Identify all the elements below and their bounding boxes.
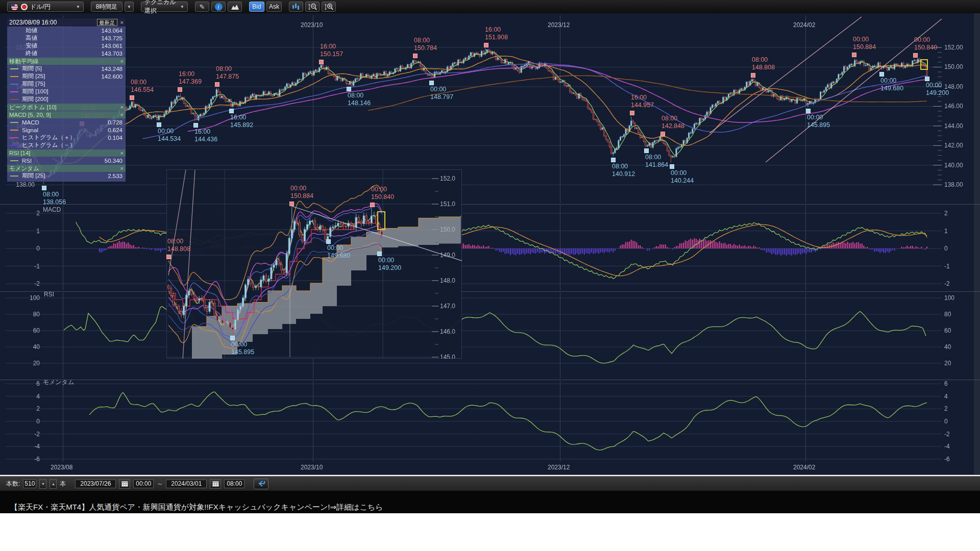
news-marquee: 【楽天FX・楽天MT4】人気通貨ペア・新興国通貨が対象!!FXキャッシュバックキ…: [0, 491, 980, 513]
bottom-control-bar: 本数: 510 ▼ ▲ 本 2023/07/26 00:00 ～ 2024/03…: [0, 476, 980, 491]
bar-count-unit: 本: [60, 480, 66, 488]
vertical-zoom-in-button[interactable]: [322, 2, 336, 12]
from-date-calendar-button[interactable]: [119, 479, 130, 489]
close-icon[interactable]: ×: [120, 112, 124, 118]
line-color-swatch: [10, 84, 18, 85]
bid-button[interactable]: Bid: [249, 2, 264, 12]
line-color-swatch: [10, 99, 18, 100]
chart-style-button[interactable]: [289, 2, 303, 12]
close-icon[interactable]: ×: [120, 104, 124, 110]
toolbar: ドル/円 ▼ 8時間足 ▼ テクニカル選択 ▼ ✎ i Bid Ask: [0, 0, 980, 13]
bid-label: Bid: [252, 3, 261, 10]
line-color-swatch: [10, 137, 18, 138]
bar-count-label: 本数:: [6, 480, 20, 488]
to-time-input[interactable]: 08:00: [224, 480, 244, 488]
ask-label: Ask: [269, 3, 279, 10]
close-icon[interactable]: ×: [120, 150, 124, 156]
line-color-swatch: [10, 176, 18, 177]
line-color-swatch: [10, 91, 18, 92]
section-header-ma: 移動平均線×: [7, 58, 126, 65]
area-chart-button[interactable]: [228, 2, 242, 12]
price-chart-canvas[interactable]: [0, 0, 980, 551]
info-icon: i: [215, 3, 223, 11]
to-date-input[interactable]: 2024/03/01: [166, 480, 207, 488]
line-color-swatch: [10, 76, 18, 77]
indicator-row: 期間 [75]: [7, 80, 126, 88]
us-flag-icon: [11, 3, 18, 11]
ohlc-row: 終値143.703: [7, 49, 126, 57]
currency-pair-label: ドル/円: [30, 3, 51, 11]
zoom-in-icon: [324, 3, 334, 11]
panel-datetime: 2023/08/09 16:00: [9, 19, 57, 26]
range-separator: ～: [157, 480, 163, 488]
ask-button[interactable]: Ask: [266, 2, 282, 12]
candlestick-chart-icon: [292, 3, 301, 10]
indicator-row: ヒストグラム（－）: [7, 141, 126, 149]
from-date-input[interactable]: 2023/07/26: [75, 480, 116, 488]
indicator-row: 期間 [5]143.248: [7, 65, 126, 72]
bar-count-input[interactable]: 510: [23, 480, 36, 488]
line-color-swatch: [10, 122, 18, 123]
pencil-icon: ✎: [200, 3, 205, 11]
count-decrement-button[interactable]: ▼: [39, 479, 46, 489]
latest-bar-badge: 最新足: [97, 19, 117, 26]
from-time-input[interactable]: 00:00: [133, 480, 154, 488]
indicator-row: 期間 [25]2.533: [7, 172, 126, 180]
panel-header: 2023/08/09 16:00最新足×: [7, 18, 126, 27]
technical-select-button[interactable]: テクニカル選択 ▼: [141, 2, 188, 12]
count-increment-button[interactable]: ▲: [50, 479, 57, 489]
section-header-rsi: RSI [14]×: [7, 149, 126, 157]
ohlc-row: 高値143.725: [7, 34, 126, 42]
section-header-macd: MACD [5, 20, 9]×: [7, 111, 126, 118]
apply-range-button[interactable]: [254, 479, 268, 489]
calendar-icon: [121, 481, 128, 487]
line-color-swatch: [10, 160, 18, 161]
indicator-row: Signal0.624: [7, 126, 126, 134]
section-header-momentum: モメンタム×: [7, 165, 126, 172]
indicator-info-panel: 2023/08/09 16:00最新足×始値143.064高値143.725安値…: [7, 18, 126, 182]
indicator-row: 期間 [25]142.600: [7, 72, 126, 80]
line-color-swatch: [10, 68, 18, 69]
zoom-out-icon: [308, 3, 317, 11]
timeframe-label: 8時間足: [96, 3, 118, 11]
chevron-down-icon: ▼: [76, 5, 80, 9]
jp-flag-icon: [20, 3, 28, 11]
mountain-area-icon: [231, 4, 239, 10]
technical-select-label: テクニカル選択: [144, 0, 178, 15]
chevron-down-icon: ▼: [180, 5, 184, 9]
close-icon[interactable]: ×: [120, 19, 124, 26]
indicator-row: RSI50.340: [7, 157, 126, 164]
marquee-text[interactable]: 【楽天FX・楽天MT4】人気通貨ペア・新興国通貨が対象!!FXキャッシュバックキ…: [10, 503, 383, 512]
currency-pair-select[interactable]: ドル/円 ▼: [7, 2, 84, 12]
chevron-down-icon: ▼: [127, 5, 131, 9]
info-button[interactable]: i: [211, 2, 226, 12]
return-arrow-icon: [257, 481, 265, 487]
calendar-icon: [212, 481, 219, 487]
ohlc-row: 始値143.064: [7, 27, 126, 34]
close-icon[interactable]: ×: [120, 165, 124, 171]
line-color-swatch: [10, 130, 18, 131]
indicator-row: MACD0.728: [7, 118, 126, 126]
indicator-row: 期間 [100]: [7, 88, 126, 95]
indicator-row: ヒストグラム（＋）0.104: [7, 134, 126, 141]
ohlc-row: 安値143.061: [7, 42, 126, 49]
section-header-peakbottom: ピークボトム [10]×: [7, 104, 126, 111]
vertical-zoom-out-button[interactable]: [305, 2, 320, 12]
draw-tool-button[interactable]: ✎: [195, 2, 209, 12]
timeframe-select[interactable]: 8時間足: [91, 2, 122, 12]
close-icon[interactable]: ×: [120, 58, 124, 64]
to-date-calendar-button[interactable]: [210, 479, 221, 489]
indicator-row: 期間 [200]: [7, 95, 126, 103]
timeframe-dropdown-button[interactable]: ▼: [125, 2, 134, 12]
line-color-swatch: [10, 145, 18, 146]
